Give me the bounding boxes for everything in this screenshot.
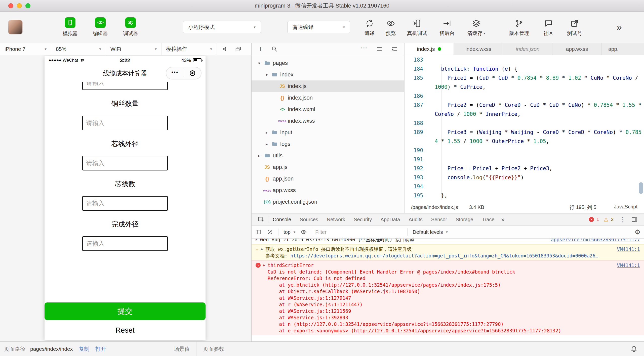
stack-trace-link[interactable]: http://127.0.0.1:32541/appservice/appser… (354, 328, 558, 333)
code-line[interactable]: 186 (405, 92, 644, 101)
code-line[interactable]: 183 (405, 55, 644, 64)
more-menu-button[interactable]: ••• (166, 69, 184, 77)
language-mode-label[interactable]: JavaScript (614, 204, 637, 211)
submit-button[interactable]: 提交 (45, 302, 206, 320)
log-levels-dropdown[interactable]: Default levels ▾ (413, 229, 448, 235)
tree-item-logs[interactable]: ▸logs (252, 138, 404, 150)
compile-button[interactable]: 编译 (359, 18, 380, 37)
reset-button[interactable]: Reset (115, 326, 135, 334)
error-source-link[interactable]: VM4141:1 (617, 262, 640, 269)
code-line[interactable]: 184 btnclick: function (e) { (405, 64, 644, 73)
finished-diameter-input[interactable] (82, 236, 168, 251)
tab-console[interactable]: Console (268, 213, 295, 226)
float-window-icon[interactable] (235, 46, 242, 52)
simulate-action-dropdown[interactable]: 模拟操作▾ (162, 43, 217, 55)
editor-toggle-button[interactable]: </> 编辑器 (85, 17, 115, 37)
code-line[interactable]: 188 (405, 119, 644, 128)
tree-item-index.json[interactable]: {}index.json (252, 92, 404, 104)
scene-value-label[interactable]: 场景值 (174, 345, 190, 352)
clear-cache-button[interactable]: 清缓存 ▾ (461, 18, 491, 37)
console-eye-icon[interactable] (300, 229, 307, 235)
inspect-element-icon[interactable] (254, 216, 268, 223)
core-diameter-input[interactable] (82, 156, 168, 170)
close-window-button[interactable] (8, 3, 13, 8)
tree-item-input[interactable]: ▸input (252, 127, 404, 138)
switch-background-button[interactable]: 切后台 (433, 18, 461, 37)
code-line[interactable]: 189 Price3 = (Waijing * Waijing - CoreD … (405, 128, 644, 146)
code-line[interactable]: 187 Price2 = (CoreD * CoreD - CuD * CuD … (405, 101, 644, 119)
code-line[interactable]: 185 Price1 = (CuD * CuD * 0.7854 * 8.89 … (405, 73, 644, 92)
tab-sources[interactable]: Sources (295, 213, 322, 226)
tree-item-pages[interactable]: ▾pages (252, 57, 404, 69)
execution-context-dropdown[interactable]: top ▾ (284, 229, 295, 235)
zoom-dropdown[interactable]: 85%▾ (51, 43, 106, 55)
tree-item-index.wxss[interactable]: wxssindex.wxss (252, 115, 404, 127)
network-dropdown[interactable]: WiFi▾ (106, 43, 162, 55)
editor-scrollbar[interactable] (639, 182, 643, 194)
toolbar-overflow-button[interactable]: » (617, 22, 622, 32)
test-account-button[interactable]: 测试号 (561, 18, 588, 37)
community-button[interactable]: 社区 (536, 18, 561, 37)
code-line[interactable]: 191 (405, 155, 644, 164)
tree-item-app.wxss[interactable]: wxssapp.wxss (252, 185, 404, 196)
tree-item-app.js[interactable]: JSapp.js (252, 161, 404, 173)
stack-trace-link[interactable]: http://127.0.0.1:32541/appservice/pages/… (325, 282, 498, 288)
tree-item-index[interactable]: ▾index (252, 69, 404, 80)
clipped-field-input[interactable] (82, 82, 168, 90)
page-params-label[interactable]: 页面参数 (203, 345, 224, 352)
console-settings-icon[interactable]: ⚙ (635, 228, 640, 236)
simulator-toggle-button[interactable]: 模拟器 (55, 17, 85, 37)
dock-side-icon[interactable] (631, 216, 639, 223)
expand-arrow-icon[interactable]: ▶ (261, 246, 263, 252)
sort-files-icon[interactable] (376, 46, 383, 52)
remote-debug-button[interactable]: 真机调试 (401, 18, 433, 37)
search-icon[interactable] (271, 46, 278, 52)
code-line[interactable]: 194 (405, 182, 644, 191)
tab-appdata[interactable]: AppData (376, 213, 404, 226)
log-source-link[interactable]: appservice?t=1566328391775:1177 (551, 239, 640, 243)
tab-audits[interactable]: Audits (404, 213, 427, 226)
warning-badge-icon[interactable]: ⚠ (604, 217, 609, 222)
more-tabs-icon[interactable]: » (499, 216, 507, 223)
tree-item-project.config.json[interactable]: {⚙}project.config.json (252, 196, 404, 208)
device-dropdown[interactable]: iPhone 7▾ (0, 43, 51, 55)
mode-dropdown[interactable]: 小程序模式 ▾ (183, 21, 261, 33)
cursor-position-label[interactable]: 行 195, 列 5 (570, 204, 596, 211)
tab-storage[interactable]: Storage (451, 213, 477, 226)
tab-security[interactable]: Security (349, 213, 376, 226)
preview-button[interactable]: 预览 (380, 18, 401, 37)
more-options-icon[interactable]: ⋯ (361, 44, 368, 54)
tab-index-json[interactable]: index.json (503, 43, 552, 55)
tab-network[interactable]: Network (323, 213, 349, 226)
tree-item-utils[interactable]: ▸utils (252, 150, 404, 161)
console-log-row[interactable]: ▶ Wed Aug 21 2019 03:13:13 GMT+0800 (中国标… (252, 239, 644, 244)
close-minibar-button[interactable] (184, 70, 201, 76)
console-sidebar-icon[interactable] (255, 229, 262, 235)
tree-item-index.wxml[interactable]: <>index.wxml (252, 104, 404, 115)
expand-arrow-icon[interactable]: ▶ (263, 262, 265, 269)
version-control-button[interactable]: 版本管理 (503, 18, 536, 37)
user-avatar[interactable] (8, 20, 22, 34)
console-error-row[interactable]: ✕ ▶ thirdScriptError CuD is not defined;… (252, 260, 644, 335)
core-count-input[interactable] (82, 196, 168, 211)
tab-trace[interactable]: Trace (477, 213, 499, 226)
console-filter-input[interactable] (312, 228, 408, 236)
copper-count-input[interactable] (82, 116, 168, 130)
code-line[interactable]: 192 Price = Price1 + Price2 + Price3, (405, 164, 644, 173)
tree-item-index.js[interactable]: JSindex.js (252, 80, 404, 92)
open-path-link[interactable]: 打开 (95, 345, 106, 352)
copy-path-link[interactable]: 复制 (79, 345, 89, 352)
warning-doc-link[interactable]: https://developers.weixin.qq.com/blogdet… (290, 253, 598, 258)
tab-app-wxss[interactable]: app.wxss (552, 43, 602, 55)
code-line[interactable]: 193 console.log("{{Price}}") (405, 173, 644, 182)
error-count[interactable]: 1 (596, 217, 599, 222)
add-file-button[interactable]: + (258, 45, 263, 53)
warning-count[interactable]: 2 (611, 217, 614, 222)
tab-index-js[interactable]: index.js (405, 43, 454, 55)
debugger-toggle-button[interactable]: 调试器 (115, 17, 146, 37)
devtools-menu-icon[interactable]: ⋮ (616, 216, 628, 223)
clear-console-icon[interactable] (267, 229, 273, 235)
mute-icon[interactable] (222, 46, 229, 52)
tab-sensor[interactable]: Sensor (427, 213, 451, 226)
code-editor[interactable]: 183184 btnclick: function (e) {185 Price… (405, 55, 644, 201)
